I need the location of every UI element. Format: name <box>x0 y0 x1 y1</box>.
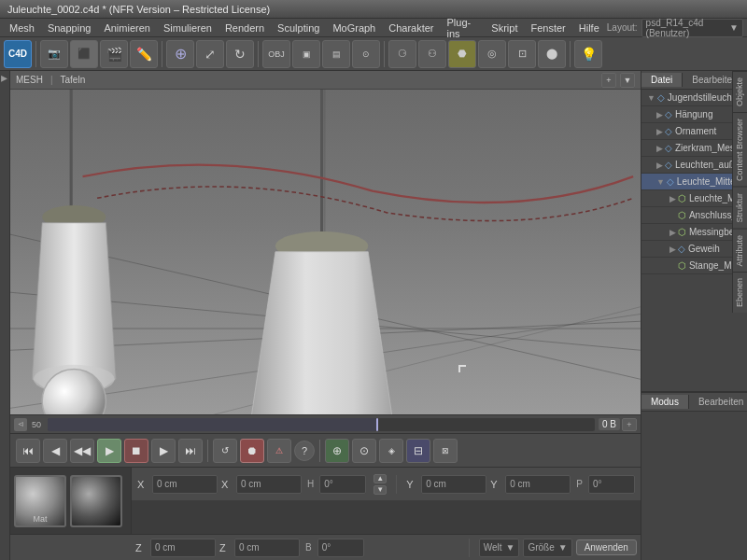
toolbar-obj-btn[interactable]: OBJ <box>262 40 290 68</box>
toolbar-sculpt1-btn[interactable]: ⚆ <box>388 40 416 68</box>
menu-snapping[interactable]: Snapping <box>42 21 97 35</box>
vtab-ebenen[interactable]: Ebenen <box>733 272 747 313</box>
b-tab-bearbeiten[interactable]: Bearbeiten <box>689 395 747 409</box>
pb-fwd-btn[interactable]: ⊙ <box>352 439 376 463</box>
tree-arrow-9: ▶ <box>669 245 676 254</box>
coord-p-label: P <box>576 479 583 489</box>
coord-z-field[interactable]: 0 cm <box>150 539 216 557</box>
pb-record-btn[interactable]: ⏺ <box>240 439 264 463</box>
menu-rendern[interactable]: Rendern <box>219 21 270 35</box>
coord-p-field[interactable]: 0° <box>588 475 635 494</box>
toolbar-poly-btn[interactable]: ▣ <box>292 40 320 68</box>
tl-track[interactable] <box>48 418 595 431</box>
pb-skip-start-btn[interactable]: ⏮ <box>16 439 40 463</box>
vtab-content-browser[interactable]: Content Browser <box>733 112 747 187</box>
vtab-struktur[interactable]: Struktur <box>733 187 747 229</box>
coord-z2-label: Z <box>219 542 231 553</box>
tree-icon-3: ◇ <box>665 143 672 153</box>
pb-script-btn[interactable]: ⊟ <box>406 439 430 463</box>
toolbar-inflate-btn[interactable]: ⬤ <box>538 40 566 68</box>
viewport-settings-btn[interactable]: ▼ <box>620 73 635 88</box>
tl-mark-50: 50 <box>29 420 44 429</box>
tl-cursor <box>376 418 378 431</box>
toolbar-viewport-btn[interactable]: ⬛ <box>70 40 98 68</box>
coord-z2-field[interactable]: 0 cm <box>234 539 300 557</box>
menu-skript[interactable]: Skript <box>486 21 523 35</box>
toolbar-brush-btn[interactable]: ◎ <box>478 40 506 68</box>
pb-prev-btn[interactable]: ◀ <box>43 439 67 463</box>
coord-h-field[interactable]: 0° <box>319 475 366 494</box>
toolbar-light-btn[interactable]: 💡 <box>574 40 602 68</box>
toolbar-camera-btn[interactable]: 📷 <box>40 40 68 68</box>
viewport-add-btn[interactable]: + <box>601 73 616 88</box>
tl-current: 0 B <box>599 418 620 430</box>
right-panel: Datei Bearbeiten Ansicht Objekte Tags Le… <box>641 71 747 560</box>
mat-thumb-1[interactable]: Mat <box>14 475 66 527</box>
menu-mesh[interactable]: Mesh <box>4 21 40 35</box>
viewport-cursor <box>458 365 466 372</box>
tree-arrow-8: ▶ <box>669 228 676 237</box>
coord-world-dropdown[interactable]: Welt ▼ <box>479 539 520 557</box>
menu-charakter[interactable]: Charakter <box>383 21 439 35</box>
pb-stop-btn[interactable]: ⏹ <box>124 439 148 463</box>
coord-vsep <box>396 475 397 494</box>
toolbar-move-btn[interactable]: ⊕ <box>166 40 194 68</box>
left-sidebar: ◀ <box>0 71 10 560</box>
toolbar-edit-btn[interactable]: ✏️ <box>130 40 158 68</box>
pb-anim-btn[interactable]: ◈ <box>379 439 403 463</box>
tree-icon-9: ◇ <box>678 244 685 254</box>
tree-arrow-4: ▶ <box>656 161 663 170</box>
toolbar-sculpt3-btn[interactable]: ⬣ <box>448 40 476 68</box>
title-bar: Juleuchte_0002.c4d * (NFR Version – Rest… <box>0 0 747 19</box>
pb-play-btn[interactable]: ▶ <box>97 439 121 463</box>
mat-label-1: Mat <box>16 514 64 524</box>
layout-dropdown[interactable]: psd_R14_c4d (Benutzer) ▼ <box>641 19 743 37</box>
tl-add-btn[interactable]: + <box>622 418 637 431</box>
coord-y2-field[interactable]: 0 cm <box>505 475 571 494</box>
menu-animieren[interactable]: Animieren <box>98 21 156 35</box>
tl-home-btn[interactable]: ⊲ <box>14 418 27 431</box>
toolbar-render-btn[interactable]: 🎬 <box>100 40 128 68</box>
coord-y-field[interactable]: 0 cm <box>421 475 486 494</box>
coord-down-btn[interactable]: ▼ <box>374 485 387 495</box>
svg-point-8 <box>34 365 115 394</box>
menu-bar: Mesh Snapping Animieren Simulieren Rende… <box>0 19 747 37</box>
pb-key-btn[interactable]: ⊕ <box>325 439 349 463</box>
pb-next-btn[interactable]: ▶ <box>151 439 176 463</box>
menu-sculpting[interactable]: Sculpting <box>272 21 325 35</box>
tree-arrow-6: ▶ <box>669 194 676 203</box>
b-tab-modus[interactable]: Modus <box>641 395 689 409</box>
coord-size-dropdown[interactable]: Größe ▼ <box>523 539 571 557</box>
c4d-logo-btn[interactable]: C4D <box>4 40 32 68</box>
vtab-attribute[interactable]: Attribute <box>733 229 747 273</box>
pb-autokey-btn[interactable]: ⚠ <box>267 439 291 463</box>
toolbar-rotate-btn[interactable]: ↻ <box>226 40 254 68</box>
tree-icon-4: ◇ <box>665 160 672 170</box>
coord-up-btn[interactable]: ▲ <box>374 474 387 483</box>
menu-simulieren[interactable]: Simulieren <box>158 21 218 35</box>
viewport-canvas[interactable] <box>10 90 641 414</box>
coord-b-field[interactable]: 0° <box>317 539 364 557</box>
menu-hilfe[interactable]: Hilfe <box>573 21 605 35</box>
menu-mograph[interactable]: MoGraph <box>327 21 381 35</box>
pb-final-btn[interactable]: ⊠ <box>433 439 458 463</box>
vtab-objekte[interactable]: Objekte <box>733 71 747 112</box>
toolbar-flatten-btn[interactable]: ⊡ <box>508 40 536 68</box>
coord-apply-btn[interactable]: Anwenden <box>576 539 637 555</box>
pb-back-btn[interactable]: ◀◀ <box>70 439 94 463</box>
toolbar-point-btn[interactable]: ⊙ <box>352 40 380 68</box>
mat-thumb-2[interactable] <box>70 475 122 527</box>
coord-x-field[interactable]: 0 cm <box>152 475 218 494</box>
toolbar: C4D 📷 ⬛ 🎬 ✏️ ⊕ ⤢ ↻ OBJ ▣ ▤ ⊙ ⚆ ⚇ ⬣ ◎ ⊡ ⬤… <box>0 37 747 71</box>
toolbar-sculpt2-btn[interactable]: ⚇ <box>418 40 446 68</box>
coord-x2-field[interactable]: 0 cm <box>236 475 302 494</box>
toolbar-edge-btn[interactable]: ▤ <box>322 40 350 68</box>
pb-help-btn[interactable]: ? <box>294 441 315 461</box>
menu-plugins[interactable]: Plug-ins <box>442 15 485 41</box>
pb-loop-btn[interactable]: ↺ <box>213 439 237 463</box>
pb-skip-end-btn[interactable]: ⏭ <box>178 439 203 463</box>
viewport-tafeln-label: Tafeln <box>61 75 86 85</box>
toolbar-scale-btn[interactable]: ⤢ <box>196 40 224 68</box>
r-tab-datei[interactable]: Datei <box>641 73 683 87</box>
menu-fenster[interactable]: Fenster <box>525 21 571 35</box>
